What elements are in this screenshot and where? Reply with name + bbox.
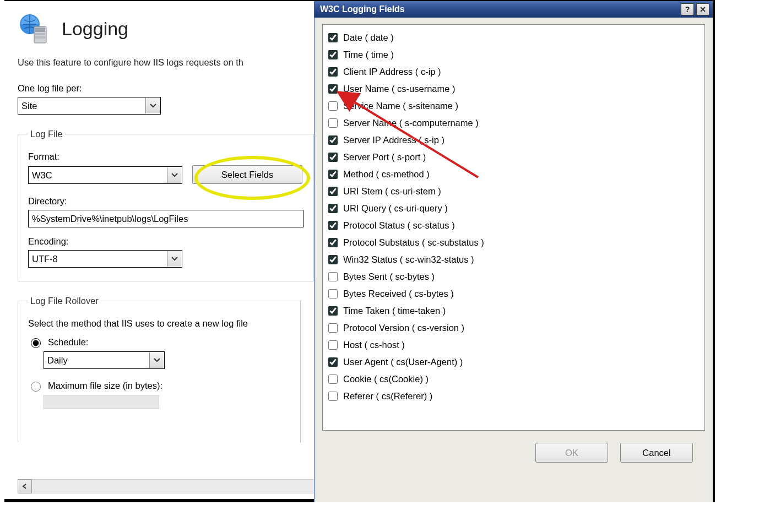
field-item[interactable]: Method ( cs-method ) (328, 166, 699, 183)
field-label: User Name ( cs-username ) (343, 84, 456, 94)
field-label: Client IP Address ( c-ip ) (343, 67, 441, 77)
field-item[interactable]: Protocol Version ( cs-version ) (328, 319, 699, 336)
log-file-rollover-group: Log File Rollover Select the method that… (18, 296, 301, 442)
field-checkbox[interactable] (328, 153, 338, 162)
cancel-button[interactable]: Cancel (620, 443, 693, 463)
field-checkbox[interactable] (328, 306, 338, 316)
field-item[interactable]: User Agent ( cs(User-Agent) ) (328, 354, 699, 371)
field-checkbox[interactable] (328, 323, 338, 333)
field-label: Method ( cs-method ) (343, 169, 430, 180)
field-checkbox[interactable] (328, 170, 338, 179)
schedule-radio[interactable] (31, 338, 41, 348)
schedule-value: Daily (47, 355, 68, 366)
encoding-select[interactable]: UTF-8 (28, 250, 182, 268)
field-checkbox[interactable] (328, 204, 338, 213)
field-label: URI Query ( cs-uri-query ) (343, 203, 448, 214)
field-item[interactable]: User Name ( cs-username ) (328, 80, 699, 97)
chevron-down-icon[interactable] (145, 98, 160, 113)
field-label: Protocol Version ( cs-version ) (343, 323, 464, 333)
field-item[interactable]: Client IP Address ( c-ip ) (328, 63, 699, 80)
dialog-titlebar: W3C Logging Fields ? (315, 1, 713, 18)
field-checkbox[interactable] (328, 50, 338, 59)
svg-rect-2 (35, 28, 45, 32)
field-checkbox[interactable] (328, 392, 338, 401)
help-button[interactable]: ? (681, 3, 694, 15)
field-checkbox[interactable] (328, 289, 338, 298)
log-file-legend: Log File (28, 129, 65, 139)
field-label: Time ( time ) (343, 50, 394, 60)
svg-rect-4 (35, 36, 45, 39)
directory-label: Directory: (28, 196, 303, 207)
field-item[interactable]: Time ( time ) (328, 46, 699, 63)
page-description: Use this feature to configure how IIS lo… (18, 57, 301, 68)
field-item[interactable]: URI Query ( cs-uri-query ) (328, 200, 699, 217)
field-item[interactable]: Server Name ( s-computername ) (328, 115, 699, 132)
field-label: Service Name ( s-sitename ) (343, 101, 458, 111)
field-checkbox[interactable] (328, 118, 338, 128)
max-file-size-input (44, 395, 159, 409)
dialog-title: W3C Logging Fields (320, 4, 405, 14)
format-label: Format: (28, 151, 303, 162)
directory-input[interactable]: %SystemDrive%\inetpub\logs\LogFiles (28, 210, 303, 227)
field-checkbox[interactable] (328, 33, 338, 42)
rollover-description: Select the method that IIS uses to creat… (28, 318, 290, 329)
field-label: Protocol Status ( sc-status ) (343, 220, 455, 231)
field-checkbox[interactable] (328, 101, 338, 111)
logging-panel: Logging Use this feature to configure ho… (4, 1, 314, 499)
max-file-size-label: Maximum file size (in bytes): (48, 381, 162, 391)
field-item[interactable]: Protocol Substatus ( sc-substatus ) (328, 234, 699, 251)
rollover-legend: Log File Rollover (28, 296, 101, 306)
max-file-size-radio[interactable] (31, 382, 41, 392)
field-item[interactable]: Bytes Received ( cs-bytes ) (328, 285, 699, 302)
scroll-left-icon[interactable] (18, 479, 32, 493)
field-item[interactable]: Server Port ( s-port ) (328, 149, 699, 166)
encoding-value: UTF-8 (32, 254, 58, 264)
field-item[interactable]: Bytes Sent ( sc-bytes ) (328, 268, 699, 285)
select-fields-button[interactable]: Select Fields (192, 165, 302, 184)
w3c-logging-fields-dialog: W3C Logging Fields ? Date ( date )Time (… (314, 1, 713, 502)
field-checkbox[interactable] (328, 135, 338, 145)
field-item[interactable]: Server IP Address ( s-ip ) (328, 132, 699, 149)
format-value: W3C (32, 170, 52, 181)
close-button[interactable] (696, 3, 709, 15)
field-checkbox[interactable] (328, 374, 338, 384)
field-item[interactable]: Host ( cs-host ) (328, 336, 699, 354)
chevron-down-icon[interactable] (167, 167, 181, 183)
field-checkbox[interactable] (328, 357, 338, 367)
horizontal-scrollbar[interactable] (18, 479, 314, 493)
field-checkbox[interactable] (328, 340, 338, 350)
field-label: Host ( cs-host ) (343, 340, 405, 350)
svg-rect-3 (35, 33, 45, 35)
field-label: Protocol Substatus ( sc-substatus ) (343, 237, 484, 248)
field-checkbox[interactable] (328, 67, 338, 77)
field-label: Server IP Address ( s-ip ) (343, 135, 444, 145)
schedule-select[interactable]: Daily (44, 351, 165, 369)
field-checkbox[interactable] (328, 221, 338, 230)
field-checkbox[interactable] (328, 255, 338, 264)
one-log-file-per-value: Site (21, 101, 37, 111)
field-item[interactable]: Date ( date ) (328, 29, 699, 46)
page-title: Logging (62, 18, 128, 40)
chevron-down-icon[interactable] (167, 251, 181, 267)
one-log-file-per-select[interactable]: Site (18, 97, 161, 115)
ok-button[interactable]: OK (535, 443, 608, 463)
field-label: URI Stem ( cs-uri-stem ) (343, 186, 441, 197)
field-item[interactable]: Time Taken ( time-taken ) (328, 302, 699, 319)
field-checkbox[interactable] (328, 272, 338, 281)
field-item[interactable]: Protocol Status ( sc-status ) (328, 217, 699, 234)
field-label: Referer ( cs(Referer) ) (343, 391, 432, 401)
field-checkbox[interactable] (328, 238, 338, 247)
fields-listbox[interactable]: Date ( date )Time ( time )Client IP Addr… (322, 24, 705, 431)
field-item[interactable]: URI Stem ( cs-uri-stem ) (328, 183, 699, 200)
field-item[interactable]: Service Name ( s-sitename ) (328, 97, 699, 115)
chevron-down-icon[interactable] (149, 352, 164, 368)
field-item[interactable]: Win32 Status ( sc-win32-status ) (328, 251, 699, 268)
format-select[interactable]: W3C (28, 166, 182, 184)
field-item[interactable]: Cookie ( cs(Cookie) ) (328, 371, 699, 388)
field-label: Bytes Received ( cs-bytes ) (343, 289, 454, 299)
field-checkbox[interactable] (328, 84, 338, 94)
scroll-track[interactable] (32, 479, 314, 493)
field-item[interactable]: Referer ( cs(Referer) ) (328, 388, 699, 405)
field-checkbox[interactable] (328, 187, 338, 196)
field-label: User Agent ( cs(User-Agent) ) (343, 357, 463, 367)
